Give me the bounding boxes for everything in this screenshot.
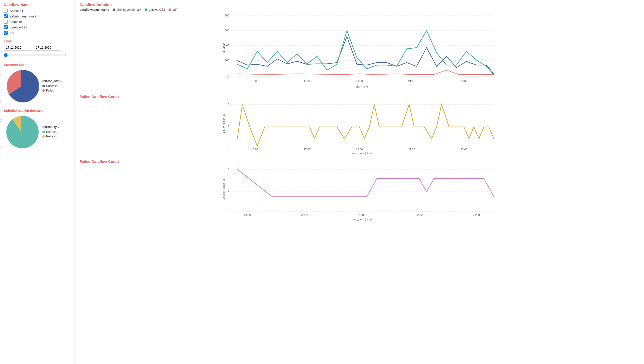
refresh1-label: Refresh... <box>46 130 59 134</box>
chart3-pink-line <box>237 169 494 197</box>
pie-label-success: 75,23%(75,23%) <box>0 96 1 102</box>
pie-label-failed: 24,77%(24,77%) <box>0 70 1 76</box>
checkbox-gateway-label: gateway123 <box>10 26 27 29</box>
chart1-x2300: 23:00 <box>460 80 468 83</box>
legend-gateway-dot <box>145 9 148 11</box>
chart2-x2100: 21:00 <box>408 148 415 151</box>
chart2-x1900: 19:00 <box>356 148 363 151</box>
pie-label-ondemand: 14,68%(14,68%) <box>0 116 1 122</box>
success-rate-section: Success Rate 24,77%(24,77%) 75,23%(75,23… <box>4 63 71 104</box>
chart3-y2: 2 <box>228 190 229 193</box>
main-content: Dataflow Duration dataflowname_name airb… <box>75 0 644 364</box>
legend-refresh2: Refresh... <box>42 135 59 138</box>
success-label: Success <box>46 84 57 88</box>
chart3-x2100: 21:00 <box>358 213 365 216</box>
chart1-y600: 600 <box>225 29 229 32</box>
chart2-x1500: 15:00 <box>251 148 258 151</box>
chart1-xlabel: start_time <box>356 85 368 88</box>
chart1-x1500: 15:00 <box>251 80 258 83</box>
chart1-y200: 200 <box>225 59 229 62</box>
time-slider-container[interactable] <box>4 53 71 58</box>
legend-airbnb: airbnb_benchmark <box>113 8 141 12</box>
chart1-x1700: 17:00 <box>304 80 310 83</box>
refresh1-dot <box>42 131 45 133</box>
checkbox-airbnb[interactable]: airbnb_benchmark <box>4 14 71 18</box>
legend-success: Success <box>42 84 62 88</box>
chart1-y800: 800 <box>225 14 229 17</box>
success-rate-title: Success Rate <box>4 63 71 67</box>
checkbox-airbnb-input[interactable] <box>4 14 8 18</box>
chart1-legend: dataflowname_name airbnb_benchmark gatew… <box>80 8 639 12</box>
select-all-item[interactable]: Select all <box>4 9 71 13</box>
chart2-yellow-line <box>237 104 494 146</box>
legend-pdf: pdf <box>168 8 176 12</box>
chart3-svg: 4 2 0 Count of unique_id 19:00 20:00 21:… <box>80 165 639 222</box>
chart1-gateway-line <box>237 31 494 75</box>
success-dot <box>42 85 45 87</box>
chart1-title: Dataflow Duration <box>80 3 639 7</box>
chart1-svg: 800 600 400 200 0 duration 15:00 17:00 1… <box>80 13 639 90</box>
select-all-checkbox[interactable] <box>4 9 8 13</box>
chart1-block: Dataflow Duration dataflowname_name airb… <box>80 3 639 91</box>
select-all-label: Select all <box>10 9 23 13</box>
date-to-input[interactable] <box>34 45 61 51</box>
pie-label-scheduled: 85,32%(85,32%) <box>0 142 1 148</box>
chart1-pdf-line <box>237 70 494 75</box>
checkbox-pdf-input[interactable] <box>4 31 8 35</box>
time-inputs <box>4 45 71 51</box>
chart2-x2300: 23:00 <box>460 148 468 151</box>
chart1-ylabel: duration <box>222 43 226 53</box>
chart1-legend-name: dataflowname_name <box>80 8 109 12</box>
scheduled-legend: refresh_ty... Refresh... Refresh... <box>42 125 59 139</box>
chart3-x1900: 19:00 <box>244 213 251 216</box>
checkbox-datalake-label: datalake <box>10 20 22 24</box>
scheduled-title: Scheduled / On demand <box>4 109 71 113</box>
checkbox-pdf[interactable]: pdf <box>4 31 71 35</box>
chart3-title: Failed Dataflow Count <box>80 159 639 163</box>
chart2-svg: 4 2 0 Count of unique_id 15:00 17:00 19:… <box>80 100 639 155</box>
chart2-block: Failed Dataflow Count 4 2 0 Count of uni… <box>80 94 639 155</box>
scheduled-section: Scheduled / On demand 14,68%(14,68%) 85,… <box>4 109 71 150</box>
sidebar: Dataflow Name Select all airbnb_benchmar… <box>0 0 75 364</box>
legend-airbnb-label: airbnb_benchmark <box>116 8 141 12</box>
chart2-xlabel: start_time (bins) <box>352 152 372 155</box>
date-from-input[interactable] <box>4 45 31 51</box>
chart1-y400: 400 <box>225 44 229 47</box>
success-rate-legend: refresh_stat... Success Failed <box>42 79 62 93</box>
chart1-y0: 0 <box>228 75 229 78</box>
checkbox-pdf-label: pdf <box>10 31 14 35</box>
scheduled-legend-title: refresh_ty... <box>42 125 59 129</box>
checkbox-airbnb-label: airbnb_benchmark <box>10 15 36 18</box>
chart3-x2200: 22:00 <box>416 213 422 216</box>
chart3-x2300: 23:00 <box>473 213 480 216</box>
legend-gateway123: gateway123 <box>145 8 165 12</box>
chart1-x2100: 21:00 <box>408 80 415 83</box>
time-section: Time <box>4 39 71 58</box>
chart2-ylabel: Count of unique_id <box>223 114 226 135</box>
scheduled-pie-wrapper: 14,68%(14,68%) 85,32%(85,32%) refresh_ty… <box>4 115 71 150</box>
time-title: Time <box>4 39 71 43</box>
chart3-y0: 0 <box>228 210 229 213</box>
checkbox-datalake[interactable]: datalake <box>4 20 71 24</box>
time-slider[interactable] <box>4 53 66 57</box>
chart2-title: Failed Dataflow Count <box>80 94 639 99</box>
checkbox-datalake-input[interactable] <box>4 20 8 24</box>
checkbox-gateway[interactable]: gateway123 <box>4 25 71 29</box>
scheduled-pie-svg <box>4 115 38 150</box>
legend-gateway-label: gateway123 <box>149 8 165 12</box>
checkbox-gateway-input[interactable] <box>4 25 8 29</box>
chart3-block: Failed Dataflow Count 4 2 0 Count of uni… <box>80 159 639 223</box>
failed-label: Failed <box>46 89 54 92</box>
legend-refresh1: Refresh... <box>42 130 59 134</box>
refresh2-label: Refresh... <box>46 135 59 138</box>
chart1-x1900: 19:00 <box>356 80 363 83</box>
chart2-x1700: 17:00 <box>304 148 310 151</box>
scheduled-slice <box>6 116 38 148</box>
dataflow-name-title: Dataflow Name <box>4 3 71 7</box>
legend-pdf-dot <box>168 9 171 11</box>
legend-failed: Failed <box>42 89 62 92</box>
chart3-xlabel: start_time (bins) <box>352 218 372 221</box>
success-rate-pie-svg <box>4 69 38 104</box>
success-legend-title: refresh_stat... <box>42 79 62 83</box>
chart2-y4: 4 <box>228 102 229 105</box>
